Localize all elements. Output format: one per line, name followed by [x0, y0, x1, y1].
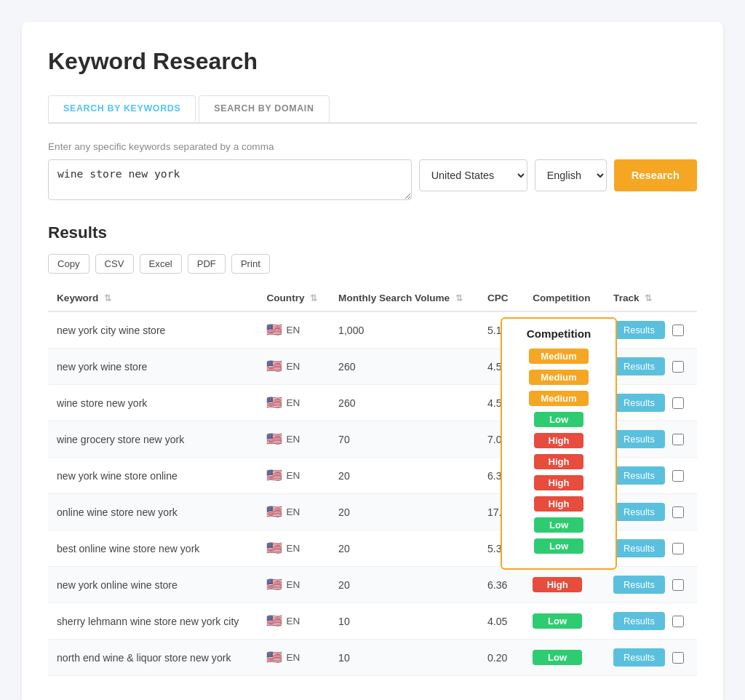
- cell-keyword: new york wine store online: [48, 458, 258, 494]
- cell-country: 🇺🇸 EN: [258, 385, 330, 421]
- lang-label: EN: [286, 543, 300, 554]
- sort-msv-icon[interactable]: ⇅: [455, 293, 463, 303]
- overlay-badge-row: Low: [514, 412, 604, 427]
- track-checkbox[interactable]: [672, 579, 684, 591]
- cell-track: Results: [605, 458, 697, 494]
- results-title: Results: [48, 223, 697, 242]
- cell-country: 🇺🇸 EN: [258, 567, 330, 603]
- table-row: north end wine & liquor store new york 🇺…: [48, 640, 697, 676]
- cell-track: Results: [605, 567, 697, 603]
- overlay-competition-badge: High: [534, 454, 583, 469]
- results-button[interactable]: Results: [613, 430, 665, 448]
- cell-keyword: new york wine store: [48, 349, 258, 385]
- cell-competition: Low: [524, 640, 605, 676]
- cell-track: Results: [605, 603, 697, 640]
- cell-msv: 20: [330, 530, 479, 567]
- results-button[interactable]: Results: [613, 357, 665, 375]
- sort-keyword-icon[interactable]: ⇅: [104, 293, 111, 303]
- cell-country: 🇺🇸 EN: [258, 349, 330, 385]
- flag-icon: 🇺🇸: [266, 577, 282, 592]
- cell-msv: 20: [330, 567, 479, 603]
- cell-country: 🇺🇸 EN: [258, 530, 330, 567]
- overlay-badge-row: High: [514, 454, 604, 469]
- cell-keyword: online wine store new york: [48, 494, 258, 530]
- cell-track: Results: [605, 311, 697, 349]
- competition-overlay: Competition MediumMediumMediumLowHighHig…: [501, 317, 617, 570]
- results-button[interactable]: Results: [613, 503, 665, 521]
- overlay-competition-badge: High: [534, 433, 583, 448]
- overlay-badge-row: Medium: [514, 349, 604, 364]
- overlay-badge-row: High: [514, 496, 604, 512]
- export-pdf-button[interactable]: PDF: [188, 254, 226, 274]
- cell-track: Results: [605, 494, 697, 530]
- col-cpc: CPC: [479, 285, 524, 311]
- export-excel-button[interactable]: Excel: [140, 254, 182, 274]
- cell-msv: 10: [330, 640, 479, 676]
- sort-country-icon[interactable]: ⇅: [310, 293, 317, 303]
- cell-country: 🇺🇸 EN: [258, 421, 330, 458]
- table-header-row: Keyword ⇅ Country ⇅ Monthly Search Volum…: [48, 285, 697, 311]
- lang-label: EN: [286, 616, 300, 627]
- track-checkbox[interactable]: [672, 616, 684, 627]
- competition-overlay-title: Competition: [514, 327, 604, 340]
- flag-icon: 🇺🇸: [266, 322, 282, 338]
- competition-badge: Low: [533, 613, 582, 629]
- cell-competition: High: [524, 567, 605, 603]
- lang-label: EN: [286, 325, 300, 335]
- track-checkbox[interactable]: [672, 434, 684, 445]
- cell-msv: 260: [330, 349, 479, 385]
- cell-track: Results: [605, 385, 697, 421]
- results-button[interactable]: Results: [613, 612, 665, 630]
- overlay-badge-row: Low: [514, 517, 604, 533]
- flag-icon: 🇺🇸: [266, 395, 282, 410]
- results-button[interactable]: Results: [613, 466, 665, 485]
- language-select[interactable]: English Spanish French: [535, 159, 607, 191]
- cell-keyword: new york city wine store: [48, 311, 258, 349]
- country-select[interactable]: United States United Kingdom Canada Aust…: [419, 159, 527, 191]
- tab-search-by-domain[interactable]: SEARCH BY DOMAIN: [199, 95, 329, 122]
- lang-label: EN: [286, 397, 300, 408]
- results-button[interactable]: Results: [613, 321, 665, 339]
- cell-country: 🇺🇸 EN: [258, 603, 330, 640]
- cell-msv: 1,000: [330, 311, 479, 349]
- track-checkbox[interactable]: [672, 397, 684, 409]
- cell-cpc: 0.20: [479, 640, 524, 676]
- cell-cpc: 6.36: [479, 567, 524, 603]
- track-checkbox[interactable]: [672, 361, 684, 373]
- table-row: new york online wine store 🇺🇸 EN 20 6.36…: [48, 567, 697, 603]
- results-button[interactable]: Results: [613, 394, 665, 412]
- track-checkbox[interactable]: [672, 325, 684, 336]
- overlay-badge-row: Low: [514, 538, 604, 554]
- overlay-competition-badge: Low: [534, 538, 583, 554]
- results-button[interactable]: Results: [613, 539, 665, 557]
- overlay-badge-row: High: [514, 433, 604, 448]
- track-checkbox[interactable]: [672, 506, 684, 518]
- research-button[interactable]: Research: [614, 159, 697, 191]
- export-csv-button[interactable]: CSV: [95, 254, 134, 274]
- export-bar: Copy CSV Excel PDF Print: [48, 254, 697, 274]
- lang-label: EN: [286, 361, 300, 372]
- track-checkbox[interactable]: [672, 470, 684, 482]
- overlay-competition-badge: Medium: [529, 370, 589, 385]
- lang-label: EN: [286, 470, 300, 481]
- flag-icon: 🇺🇸: [266, 359, 282, 374]
- track-checkbox[interactable]: [672, 652, 684, 664]
- export-print-button[interactable]: Print: [231, 254, 270, 274]
- cell-track: Results: [605, 530, 697, 567]
- lang-label: EN: [286, 434, 300, 445]
- overlay-badge-row: Medium: [514, 391, 604, 406]
- cell-country: 🇺🇸 EN: [258, 458, 330, 494]
- keyword-input[interactable]: wine store new york: [48, 159, 412, 200]
- col-msv: Monthly Search Volume ⇅: [330, 285, 479, 311]
- lang-label: EN: [286, 506, 300, 517]
- results-button[interactable]: Results: [613, 648, 665, 667]
- flag-icon: 🇺🇸: [266, 504, 282, 520]
- export-copy-button[interactable]: Copy: [48, 254, 89, 274]
- results-button[interactable]: Results: [613, 576, 665, 594]
- cell-keyword: new york online wine store: [48, 567, 258, 603]
- sort-track-icon[interactable]: ⇅: [645, 293, 652, 303]
- flag-icon: 🇺🇸: [266, 541, 282, 556]
- track-checkbox[interactable]: [672, 543, 684, 554]
- main-card: Keyword Research SEARCH BY KEYWORDS SEAR…: [22, 22, 723, 700]
- tab-search-by-keywords[interactable]: SEARCH BY KEYWORDS: [48, 95, 196, 122]
